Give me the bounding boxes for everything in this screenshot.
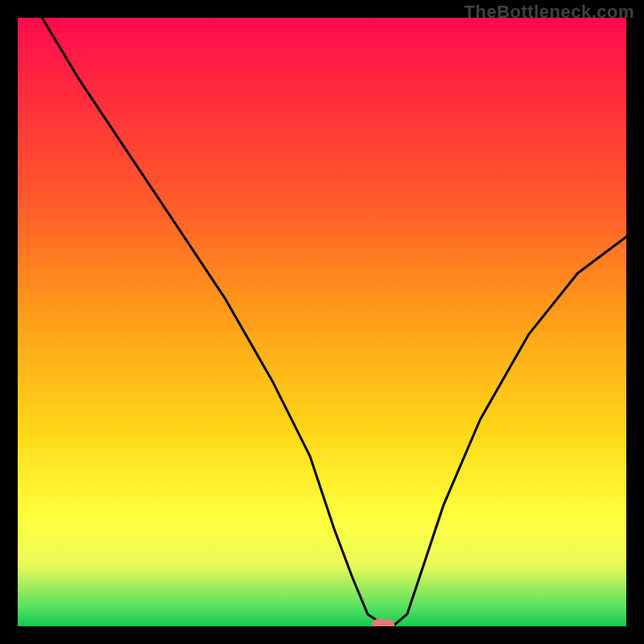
bottleneck-min-marker (372, 619, 394, 626)
watermark-text: TheBottleneck.com (464, 2, 634, 23)
plot-area (18, 18, 626, 626)
bottleneck-curve (18, 18, 626, 626)
chart-container: TheBottleneck.com (0, 0, 644, 644)
